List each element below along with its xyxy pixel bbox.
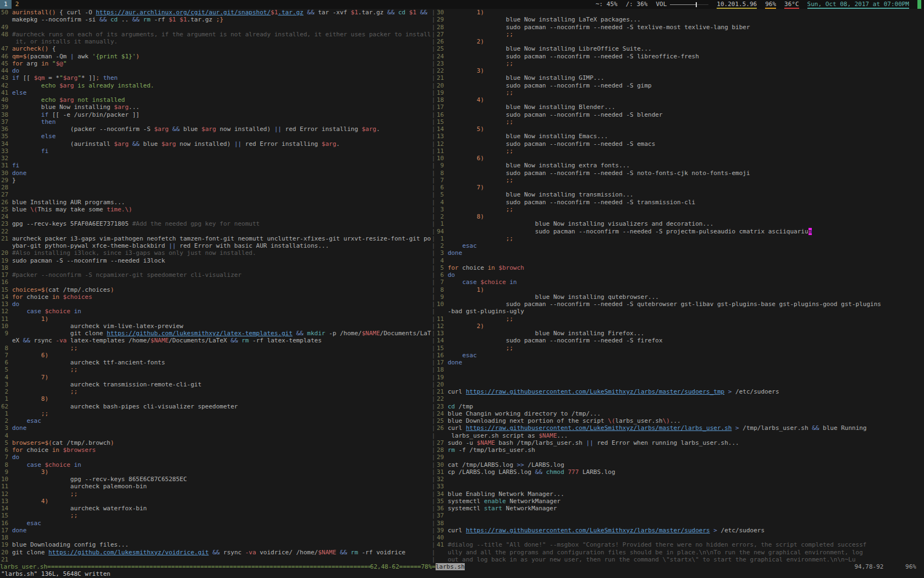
code-row: 42 echo $arg is already installed. [1, 82, 431, 89]
vertical-split-separator[interactable]: | | | | | | | | | | | | | | | | | | | | … [431, 9, 436, 563]
code-segment [12, 308, 27, 315]
workspace-button-2[interactable]: 2 [12, 0, 23, 9]
code-segment: $NAME [477, 439, 495, 446]
code-segment: bash /tmp/larbs_user.sh [495, 439, 586, 446]
code-segment: blue [140, 140, 162, 148]
code-row: 6 do [437, 271, 924, 279]
code-segment: blue Now installing transmission... [448, 191, 634, 198]
editor-pane-left[interactable]: 50 aurinstall() { curl -O https://aur.ar… [0, 9, 431, 563]
code-row: 19 ;; [437, 89, 924, 96]
code-segment: #Add the needed gpg key for neomutt [132, 220, 260, 227]
code-row: 1 ;; [437, 235, 924, 242]
code-segment: systemctl [448, 498, 484, 505]
editor-pane-right[interactable]: 30 1)29 blue Now installing LaTeX packag… [436, 9, 924, 563]
line-number: 17 [437, 103, 448, 111]
code-segment [347, 549, 351, 556]
code-segment: = * [45, 74, 60, 81]
code-segment: cat /tmp/.browch [52, 439, 111, 446]
line-number: 2 [437, 242, 448, 249]
code-row: 22 3) [437, 67, 924, 74]
code-segment: $qm [34, 74, 45, 81]
tray-indicator [917, 0, 921, 9]
code-row: 14 for choice in $choices [1, 293, 431, 301]
volume-slider[interactable] [670, 0, 708, 9]
code-segment: time.\) [107, 206, 132, 213]
line-number: 32 [437, 476, 448, 483]
code-row: 13 blue Now installing Emacs... [437, 133, 924, 140]
line-number: 27 [437, 31, 448, 38]
code-row: 29 } [1, 177, 431, 184]
code-row: 18 [1, 264, 431, 271]
code-segment [12, 374, 41, 381]
line-number: 37 [1, 118, 12, 126]
code-row: 3 aurcheck transmission-remote-cli-git [1, 381, 431, 388]
code-segment [448, 38, 477, 45]
line-number: 40 [1, 96, 12, 103]
line-number: 12 [437, 323, 448, 330]
line-number: 29 [1, 177, 12, 184]
line-number: 18 [437, 366, 448, 373]
line-number: 26 [1, 199, 12, 206]
code-segment: && [23, 337, 30, 344]
code-segment: ully and all the programs and configurat… [448, 549, 863, 556]
code-segment: aurcheck waterfox-bin [12, 505, 147, 512]
line-number: 20 [437, 381, 448, 388]
code-row: 41 else [1, 89, 431, 96]
code-segment: 5) [477, 126, 484, 133]
code-segment: 8) [41, 395, 48, 402]
code-segment: ;; [70, 490, 78, 498]
code-segment: LARBS.log [579, 468, 615, 476]
line-number: 47 [1, 45, 12, 52]
code-segment: 8) [477, 213, 484, 220]
code-segment: do [12, 301, 19, 308]
code-row: 1 blue Now installing visualizers and de… [437, 220, 924, 227]
line-number: 16 [1, 279, 12, 286]
code-segment: sudo pacman --noconfirm --needed -S qute… [448, 301, 881, 308]
code-segment [12, 148, 41, 155]
code-segment: out and log back in as your new user, th… [448, 556, 856, 563]
code-segment: https://raw.githubusercontent.com/LukeSm… [466, 527, 710, 534]
code-segment: not installed [74, 96, 125, 103]
line-number: 7 [1, 352, 12, 359]
line-number: 45 [1, 60, 12, 67]
line-number: 8 [437, 170, 448, 177]
code-row: 21 curl https://raw.githubusercontent.co… [437, 388, 924, 395]
code-segment [12, 520, 27, 527]
code-segment: else [12, 89, 27, 96]
code-segment: #aurcheck runs on each of its arguments,… [12, 31, 431, 38]
line-number: 33 [437, 483, 448, 490]
code-segment: blue Enabling Network Manager... [448, 490, 564, 498]
code-segment: This may take some [37, 206, 107, 213]
code-row: 32 [1, 155, 431, 162]
statusline-right-window: larbs.sh 94,78-92 96% [436, 563, 924, 570]
code-segment [12, 512, 70, 519]
workspace-button-1[interactable]: 1 [0, 0, 12, 9]
code-segment: start [484, 505, 502, 512]
line-number: 22 [1, 228, 12, 235]
code-row: 17 done [437, 359, 924, 366]
code-segment: .. [118, 16, 133, 23]
line-number: 2 [1, 417, 12, 424]
volume-slider-handle[interactable] [696, 2, 697, 7]
code-segment: " [63, 60, 67, 67]
line-number: 15 [437, 345, 448, 352]
code-segment: esac [462, 242, 477, 249]
line-number: 4 [1, 432, 12, 439]
code-segment: $NAME [538, 432, 557, 439]
code-row: 46 qm=$(pacman -Qm | awk '{print $1}') [1, 53, 431, 60]
code-segment: > [713, 527, 717, 534]
code-segment: case [26, 308, 41, 315]
code-segment: && [340, 549, 347, 556]
line-number: 24 [437, 410, 448, 417]
code-segment: $choice [481, 279, 506, 286]
line-number: 22 [437, 395, 448, 402]
code-row: 26 blue Installing AUR programs... [1, 199, 431, 206]
line-number: 25 [437, 45, 448, 52]
code-segment: [[ -e /usr/bin/packer ]] [48, 111, 140, 118]
code-segment: sudo pacman --noconfirm --needed -S tran… [448, 199, 695, 206]
code-row: 10 aurcheck vim-live-latex-preview [1, 323, 431, 330]
line-number: 50 [1, 9, 12, 16]
code-segment: #dialog --title "All done!" --msgbox "Co… [448, 541, 867, 548]
code-segment: rm [143, 16, 150, 23]
code-row: 7 case $choice in [437, 279, 924, 286]
